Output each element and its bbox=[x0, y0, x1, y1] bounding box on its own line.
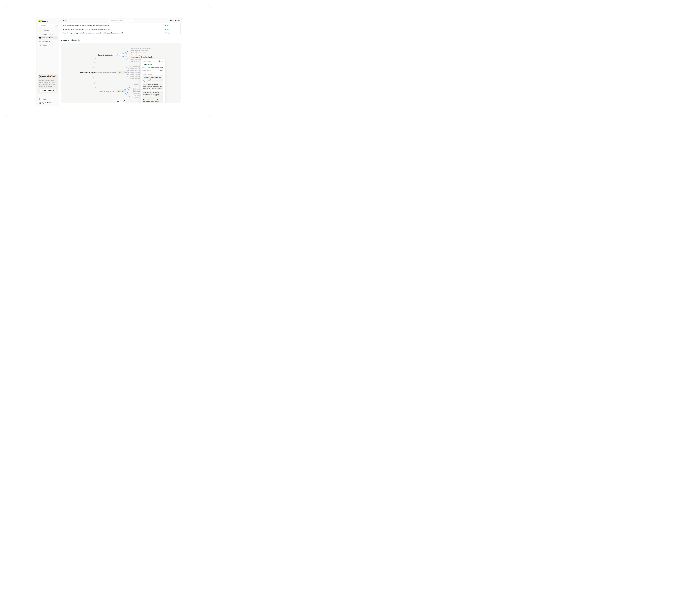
volume-delta: +1k bbox=[167, 25, 170, 26]
volume-delta: +1k bbox=[167, 32, 170, 34]
volume-badge[interactable]: 750.8k +2.4% ↗ bbox=[114, 54, 124, 56]
question-text: What’s the most recommended CRM for smal… bbox=[63, 28, 111, 30]
prompt-chip[interactable]: Can you show me the fare estimate for a … bbox=[142, 83, 164, 90]
zoom-out-button[interactable] bbox=[120, 100, 122, 102]
close-icon: ✕ bbox=[162, 60, 163, 62]
tree-leaf[interactable]: Best corporate credit cards bbox=[131, 50, 153, 52]
sidebar-search[interactable]: / bbox=[38, 24, 57, 27]
volume-delta: +1k bbox=[167, 28, 170, 30]
sidebar-item-label: Agents bbox=[42, 44, 47, 46]
sidebar-item-overview[interactable]: Overview bbox=[38, 29, 57, 32]
help-icon: ? bbox=[39, 98, 41, 100]
workspace-name: Ramp bbox=[42, 20, 46, 22]
main-area: Back 5 searches left Who are the top pla bbox=[59, 18, 183, 106]
prompt-chip[interactable]: Estimate the cost for a 15-minute Uber r… bbox=[142, 98, 164, 103]
sidebar-item-agents[interactable]: Agents bbox=[38, 43, 57, 47]
sidebar-item-label: Conversations bbox=[42, 37, 53, 39]
close-button[interactable]: ✕ bbox=[161, 60, 164, 62]
volume-cell: 5k+1k bbox=[165, 32, 179, 34]
bookmark-icon bbox=[159, 60, 160, 62]
sidebar-nav: Overview Answer Insights Conversations M… bbox=[38, 29, 57, 47]
expand-button[interactable] bbox=[123, 100, 125, 102]
relevant-prompts-label: Relevant prompts bbox=[142, 73, 164, 75]
hierarchy-canvas[interactable]: Business Credit Card Corporate credit ca… bbox=[61, 43, 181, 103]
search-icon bbox=[39, 25, 40, 26]
content: Who are the top players in payroll manag… bbox=[59, 23, 183, 106]
sidebar-search-input[interactable] bbox=[41, 25, 52, 26]
workspace-switcher[interactable]: Ramp bbox=[38, 20, 57, 22]
page: Ramp / Overview Answer Insights bbox=[0, 0, 215, 121]
welcome-body: Smarter insights, faster workflows, and … bbox=[39, 79, 56, 88]
tree-root-node[interactable]: Business Credit Card bbox=[80, 72, 96, 73]
ramp-logo-icon bbox=[39, 20, 41, 22]
tree-leaf[interactable]: Corporate credit card application bbox=[131, 56, 153, 58]
volume-badge[interactable]: 750.8k +2.4% ↗ bbox=[116, 90, 127, 92]
search-volume-delta: +62.8K bbox=[147, 64, 152, 66]
welcome-card: Welcome to Profound 2.0 ✕ Smarter insigh… bbox=[38, 74, 57, 93]
search-shortcut-badge: / bbox=[55, 25, 57, 27]
questions-table: Who are the top players in payroll manag… bbox=[61, 23, 181, 35]
question-text: How do I improve approval odds for a bus… bbox=[63, 32, 123, 34]
welcome-title: Welcome to Profound 2.0 bbox=[39, 75, 56, 78]
tree-node-corporate-credit-cards[interactable]: Corporate credit cards 750.8k +2.4% ↗ bbox=[98, 54, 124, 56]
zoom-in-icon bbox=[117, 100, 119, 102]
back-label: Back bbox=[63, 20, 67, 21]
arrow-up-right-icon: ↗ bbox=[126, 72, 127, 73]
tree-node-small-business-credit-cards[interactable]: Small business credit cards 750.8k +2.4%… bbox=[98, 71, 128, 74]
table-row[interactable]: What’s the most recommended CRM for smal… bbox=[61, 27, 180, 31]
top-bar: Back 5 searches left bbox=[59, 18, 183, 23]
chevron-left-icon bbox=[61, 20, 62, 21]
table-row[interactable]: How do I improve approval odds for a bus… bbox=[61, 31, 180, 35]
volume-cell: 5k+1k bbox=[165, 25, 179, 26]
chevron-up-down-icon bbox=[47, 20, 48, 22]
canvas-zoom-controls bbox=[116, 100, 126, 103]
tree-leaf[interactable]: Corporate expense cards bbox=[131, 54, 153, 56]
zoom-in-button[interactable] bbox=[117, 100, 119, 102]
bookmark-button[interactable] bbox=[158, 60, 160, 62]
support-label: Support bbox=[42, 98, 47, 100]
tree-leaf[interactable]: Corporate credit card programs bbox=[131, 48, 153, 50]
prompt-chip[interactable]: What’s the average Uber fare from Downto… bbox=[142, 91, 164, 98]
node-label: Corporate credit cards bbox=[98, 54, 112, 56]
sidebar-item-support[interactable]: ? Support bbox=[38, 98, 57, 100]
intent-row: Intent Informational, Commercial bbox=[142, 66, 164, 69]
search-volume-value: 4.1M bbox=[142, 63, 147, 66]
prompt-chip[interactable]: How much would an Uber cost from JFK Air… bbox=[142, 75, 164, 82]
grid-icon bbox=[39, 37, 41, 39]
tree-node-business-credit-card-offers[interactable]: Business credit card offers 750.8k +2.4%… bbox=[98, 90, 127, 92]
sidebar-item-conversations[interactable]: Conversations bbox=[38, 36, 57, 40]
table-row[interactable]: Who are the top players in payroll manag… bbox=[61, 23, 180, 27]
sidebar-spacer bbox=[38, 47, 57, 74]
volume-row: Search Volume 7.2k +1k bbox=[142, 69, 164, 72]
zoom-out-icon bbox=[120, 100, 122, 102]
volume-badge[interactable]: 750.8k +2.4% ↗ bbox=[117, 71, 128, 74]
sidebar-item-label: My Website bbox=[42, 41, 50, 42]
lightning-icon bbox=[39, 33, 41, 35]
collapse-sidebar-button[interactable]: « bbox=[38, 95, 57, 96]
search-icon bbox=[109, 20, 110, 21]
user-profile[interactable]: Dylan Babbs bbox=[38, 102, 57, 104]
search-volume-popover: Search volume ✕ 4.1M +62.8K bbox=[141, 59, 165, 103]
page-title: Keyword Hierarchy bbox=[61, 39, 181, 42]
arrow-up-right-icon: ↗ bbox=[125, 90, 127, 92]
sidebar-item-answer-insights[interactable]: Answer Insights bbox=[38, 32, 57, 36]
share-feedback-button[interactable]: Share Feedback bbox=[39, 89, 56, 92]
sidebar: Ramp / Overview Answer Insights bbox=[37, 18, 59, 106]
avatar bbox=[39, 102, 41, 104]
close-icon[interactable]: ✕ bbox=[55, 75, 56, 77]
keyword-search-input[interactable] bbox=[111, 20, 132, 21]
popover-title: Search volume bbox=[142, 60, 151, 62]
sparkles-icon bbox=[39, 44, 41, 46]
keyword-search[interactable] bbox=[108, 19, 134, 22]
grid-icon bbox=[39, 29, 41, 31]
quota-circle-icon bbox=[168, 20, 169, 21]
back-button[interactable]: Back bbox=[61, 20, 67, 21]
sidebar-item-label: Overview bbox=[42, 30, 49, 31]
prompt-list: How much would an Uber cost from JFK Air… bbox=[142, 75, 164, 103]
searches-left-indicator: 5 searches left bbox=[168, 20, 180, 21]
globe-icon bbox=[39, 41, 41, 42]
sidebar-item-label: Answer Insights bbox=[42, 33, 53, 35]
sidebar-item-my-website[interactable]: My Website bbox=[38, 40, 57, 43]
question-text: Who are the top players in payroll manag… bbox=[63, 25, 109, 26]
tree-leaf[interactable]: Corporate charge cards bbox=[131, 52, 153, 54]
